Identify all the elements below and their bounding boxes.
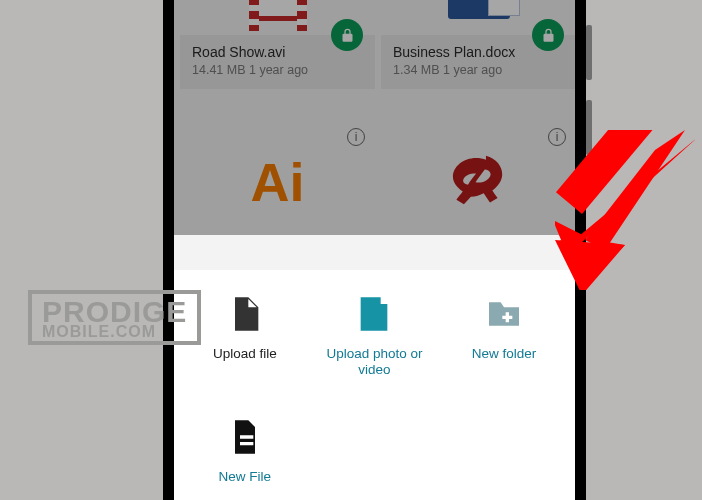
file-grid: Road Show.avi 14.41 MB 1 year ago W Busi… [174, 0, 575, 235]
watermark: PRODIGE MOBILE.COM [28, 290, 201, 345]
option-label: New folder [466, 346, 543, 362]
phone-screen: Road Show.avi 14.41 MB 1 year ago W Busi… [174, 0, 575, 500]
volume-up-button [586, 25, 592, 80]
phone-frame: Road Show.avi 14.41 MB 1 year ago W Busi… [163, 0, 586, 500]
watermark-line1: PRODIGE [42, 298, 187, 325]
action-sheet: Upload file Upload photo or video New fo… [174, 270, 575, 500]
file-icon [223, 292, 267, 336]
folder-plus-icon [482, 292, 526, 336]
option-label: New File [213, 469, 278, 485]
new-folder-option[interactable]: New folder [439, 284, 569, 394]
svg-marker-5 [555, 240, 625, 290]
new-file-option[interactable]: New File [180, 407, 310, 500]
upload-photo-option[interactable]: Upload photo or video [310, 284, 440, 394]
new-file-icon [223, 415, 267, 459]
photo-icon [352, 292, 396, 336]
option-label: Upload file [207, 346, 283, 362]
option-label: Upload photo or video [310, 346, 440, 378]
svg-point-0 [367, 306, 372, 311]
callout-arrow [555, 130, 695, 294]
dim-overlay[interactable] [174, 0, 575, 235]
